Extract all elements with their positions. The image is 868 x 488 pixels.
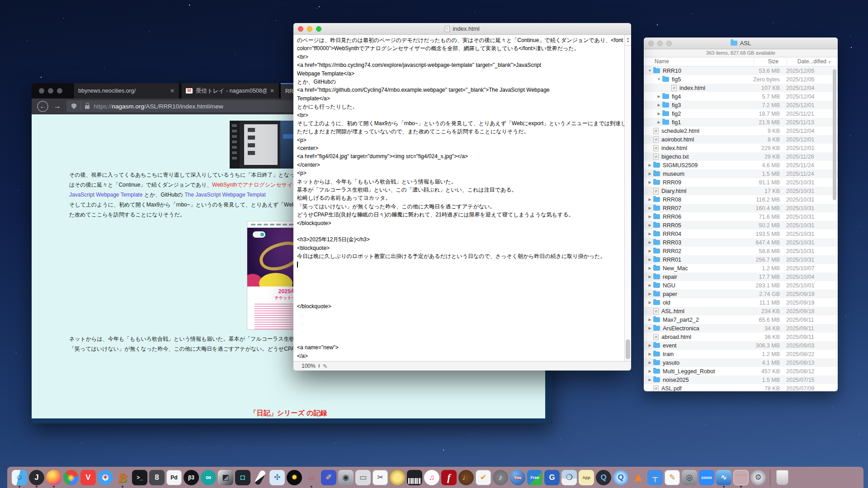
scrollbar-thumb[interactable] [626,339,630,359]
disclosure-triangle-icon[interactable]: ▶ [646,343,653,347]
finder-title-bar[interactable]: ASL [644,38,838,49]
dock-beta3[interactable]: β3 [183,467,200,488]
finder-row[interactable]: ▶RRR08116.2 MB2025/10/31 [644,195,838,204]
close-window-icon[interactable] [39,88,44,94]
finder-row[interactable]: ▶fig37.2 MB2025/12/01 [644,101,838,109]
finder-row[interactable]: ▶Multi_Legged_Robot457 KB2025/08/12 [644,367,838,375]
dock-puredata[interactable]: Pd [165,467,183,488]
dock-quicktime7[interactable]: Q [612,467,629,488]
dock-checkmark[interactable]: ✔ [475,467,492,488]
finder-row[interactable]: @ASL.html234 KB2025/09/18 [644,307,838,315]
finder-row[interactable]: ▶fig218.7 MB2025/11/21 [644,109,838,118]
column-divider[interactable] [754,58,754,65]
disclosure-triangle-icon[interactable]: ▶ [646,283,653,287]
finder-row[interactable]: ▶noise20251.5 MB2025/07/15 [644,375,838,384]
dock-ghost-window[interactable] [732,467,750,488]
dock-disk-doctor[interactable]: ◎ [681,467,698,488]
finder-row[interactable]: @index.html229 KB2025/12/01 [644,144,838,152]
dock-g-home[interactable]: G [543,467,561,488]
traffic-lights[interactable] [648,41,672,46]
finder-row[interactable]: ▶ArsElectronica34 KB2025/09/11 [644,324,838,333]
shield-icon[interactable] [71,103,76,109]
close-icon[interactable]: ✕ [270,88,274,94]
dock-appcleaner[interactable]: App [578,467,595,488]
finder-row[interactable]: @aoirobot.html8 KB2025/12/01 [644,135,838,144]
disclosure-triangle-icon[interactable]: ▶ [656,103,662,107]
disclosure-triangle-icon[interactable]: ▶ [646,292,653,296]
dock-photos[interactable]: ❍ [561,467,578,488]
finder-row[interactable]: ▶RRR01256.7 MB2025/10/31 [644,255,838,264]
dock-system-preferences[interactable]: ⚙ [750,467,767,488]
browser-tab-2[interactable]: M 受信トレイ - nagasm0508@gmai ✕ [181,83,279,99]
dock-vivaldi[interactable]: V [80,467,97,488]
finder-row[interactable]: ▶RRR0671.6 MB2025/10/31 [644,212,838,221]
disclosure-triangle-icon[interactable]: ▶ [656,112,662,116]
dock-shaver[interactable] [251,467,269,488]
disclosure-triangle-icon[interactable]: ▶ [646,240,653,244]
edit-pencil-icon[interactable]: ✎ [323,363,328,370]
finder-row[interactable]: ▼fig5Zero bytes2025/12/05 [644,75,838,84]
finder-row[interactable]: ▶fig121.9 MB2025/11/13 [644,118,838,127]
scrollbar-arrows-icon[interactable]: ▲▼ [625,35,631,46]
finder-row[interactable]: ▶paper2.74 GB2025/09/19 [644,290,838,298]
dock-sketch[interactable]: ✐ [320,467,337,488]
finder-row[interactable]: ▶RRR0991.1 MB2025/10/31 [644,178,838,187]
disclosure-triangle-icon[interactable]: ▶ [646,352,653,356]
page-link[interactable]: JavaScript Webpage Template [69,192,142,198]
disclosure-triangle-icon[interactable]: ▶ [646,258,653,262]
disclosure-triangle-icon[interactable]: ▶ [656,94,662,99]
page-footer-link[interactable]: 「日記」シリーズ の記録 [32,409,545,418]
dock-keynote[interactable]: ┬ [646,467,664,488]
disclosure-triangle-icon[interactable]: ▶ [646,223,653,227]
scrollbar-thumb[interactable] [833,69,836,200]
disclosure-triangle-icon[interactable]: ▼ [646,69,653,73]
disclosure-triangle-icon[interactable]: ▶ [646,215,653,219]
finder-row[interactable]: ▼RRR1053.6 MB2025/12/05 [644,66,838,75]
dock-jedit[interactable]: J [28,467,45,488]
zoom-level[interactable]: 100% [302,363,316,369]
disclosure-triangle-icon[interactable]: ▶ [646,206,653,210]
disclosure-triangle-icon[interactable]: ▶ [646,326,653,330]
dock-mp4-free[interactable]: Free [526,467,543,488]
dock-flash[interactable]: f [440,467,458,488]
editor-text[interactable]: のページは、昨日見たのは最初のページのデモだけだったものの、実はその後に延々と「… [293,35,624,361]
minimize-window-icon[interactable] [307,26,312,32]
dock-firefox[interactable] [45,467,62,488]
dock-trash[interactable] [774,467,791,488]
column-header-name[interactable]: Name [655,58,669,65]
finder-row[interactable]: ▶museum1.5 MB2025/11/24 [644,169,838,178]
dock-ornate-b[interactable]: B [114,467,131,488]
finder-row[interactable]: @index.html107 KB2025/12/04 [644,84,838,92]
dock-finder[interactable]: ☺ [11,467,28,488]
dock-houses[interactable]: ⌂⌂ [303,467,320,488]
disclosure-triangle-icon[interactable]: ▶ [646,163,653,167]
disclosure-triangle-icon[interactable]: ▶ [646,172,653,176]
editor-scrollbar[interactable]: ▲▼ [624,35,631,361]
disclosure-triangle-icon[interactable]: ▶ [656,120,662,124]
finder-row[interactable]: ▶yasuto4.1 MB2025/08/13 [644,358,838,367]
finder-row[interactable]: ▶repair17.7 MB2025/10/04 [644,272,838,281]
dock-midi-keyboard[interactable] [406,467,423,488]
disclosure-triangle-icon[interactable]: ▶ [646,318,653,322]
disclosure-triangle-icon[interactable]: ▶ [646,232,653,236]
finder-row[interactable]: ▶train1.2 MB2025/08/22 [644,350,838,358]
disclosure-triangle-icon[interactable]: ▶ [646,275,653,279]
dock-max8[interactable]: 8 [148,467,165,488]
dock-quicktime-dark[interactable]: Q [595,467,612,488]
back-button[interactable]: ← [37,101,48,112]
dock-zoom[interactable]: zoom [698,467,715,488]
disclosure-triangle-icon[interactable]: ▶ [646,197,653,202]
finder-row[interactable]: ▶Max7_part2_265.6 MB2025/09/11 [644,315,838,324]
finder-row[interactable]: @bigecho.txt29 KB2025/11/28 [644,152,838,161]
disclosure-triangle-icon[interactable]: ▶ [646,180,653,184]
dock-chrome[interactable]: ◉ [62,467,80,488]
dock-radar[interactable]: ✹ [286,467,303,488]
finder-row[interactable]: @ASL.pdf78 KB2025/07/09 [644,384,838,391]
disclosure-triangle-icon[interactable]: ▶ [646,266,653,270]
traffic-lights[interactable] [39,88,62,94]
minimize-window-icon[interactable] [657,41,663,46]
finder-row[interactable]: ▶NGU283.1 MB2025/10/01 [644,281,838,290]
finder-row[interactable]: ▶RRR0550.2 MB2025/10/31 [644,221,838,230]
dock-coin[interactable] [389,467,406,488]
zoom-window-icon[interactable] [57,88,62,94]
